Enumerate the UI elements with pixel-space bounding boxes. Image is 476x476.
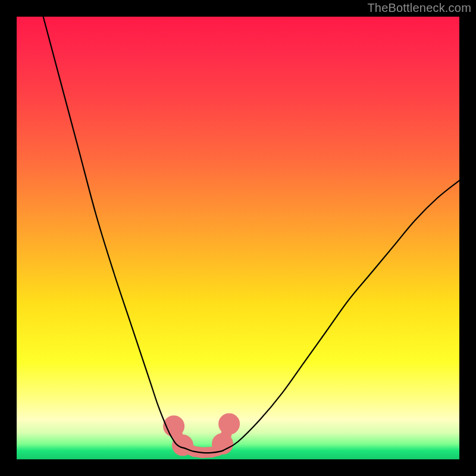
optimal-marker-dot [168,421,179,431]
curve-layer [17,17,459,459]
optimal-marker-dot [217,439,228,449]
plot-area [17,17,459,459]
chart-frame: TheBottleneck.com [0,0,476,476]
optimal-marker-dot [224,418,234,429]
watermark-text: TheBottleneck.com [367,1,471,15]
black-curve-series [43,17,459,453]
heavy-pink-marker-series [168,418,234,452]
v-curve [43,17,459,453]
